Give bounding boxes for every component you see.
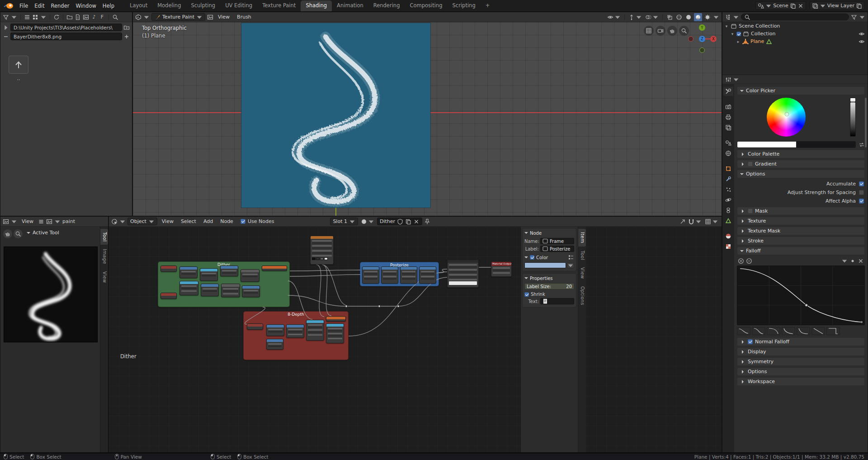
editor-type-icon[interactable] [725, 76, 731, 83]
increment-icon[interactable] [123, 33, 130, 40]
pan-view-icon[interactable] [667, 26, 677, 36]
mode-dropdown[interactable]: Texture Paint [151, 13, 205, 21]
workspace-tab-uv-editing[interactable]: UV Editing [220, 0, 257, 11]
menu-brush[interactable]: Brush [234, 13, 254, 21]
scene-selector[interactable]: Scene [755, 1, 806, 10]
properties-tab-scene[interactable] [723, 138, 733, 147]
copy-icon[interactable] [856, 3, 862, 9]
properties-tab-particles[interactable] [723, 185, 733, 194]
workspace-tab-compositing[interactable]: Compositing [405, 0, 447, 11]
section-stroke[interactable]: Stroke [737, 237, 865, 245]
axis-gizmo[interactable]: Y X Z [686, 23, 718, 55]
section-texture[interactable]: Texture [737, 217, 865, 225]
fake-user-icon[interactable] [397, 218, 403, 225]
shader-node[interactable] [160, 266, 177, 272]
snapping-toggle[interactable] [687, 218, 703, 226]
search-icon[interactable] [112, 14, 118, 20]
shader-node[interactable] [201, 284, 219, 296]
blender-logo-icon[interactable] [4, 3, 14, 9]
node-panel-header[interactable]: Node [524, 229, 574, 237]
editor-type-icon[interactable] [135, 14, 142, 20]
material-slot-dropdown[interactable]: Slot 1 [330, 218, 358, 225]
menu-node[interactable]: Node [217, 218, 236, 225]
decrement-icon[interactable] [3, 33, 9, 40]
menus-collapsed-icon[interactable] [38, 218, 44, 225]
menu-edit[interactable]: Edit [31, 1, 47, 10]
editor-type-icon[interactable] [3, 218, 9, 225]
filter-sound-icon[interactable]: ♪ [91, 14, 97, 20]
shader-type-dropdown[interactable]: Object [127, 218, 157, 225]
affect-alpha-checkbox[interactable] [859, 199, 864, 204]
section-workspace[interactable]: Workspace [737, 377, 865, 386]
gradient-checkbox[interactable] [748, 161, 753, 166]
workspace-tab-+[interactable]: + [481, 0, 495, 11]
unlink-icon[interactable] [413, 218, 420, 225]
disclosure-arrow[interactable]: ▸ [736, 39, 741, 44]
secondary-color-swatch[interactable] [797, 141, 856, 148]
shader-node[interactable] [160, 293, 177, 299]
section-display[interactable]: Display [737, 347, 865, 356]
overlays-toggle[interactable] [644, 13, 660, 21]
accumulate-checkbox[interactable] [859, 181, 864, 186]
shader-node[interactable] [266, 324, 284, 336]
workspace-tab-rendering[interactable]: Rendering [368, 0, 405, 11]
clipping-icon[interactable] [849, 258, 856, 264]
outliner-search-input[interactable] [741, 14, 849, 20]
tools-dropdown-icon[interactable] [841, 258, 848, 264]
visibility-dropdown[interactable] [606, 13, 622, 21]
properties-tab-physics[interactable] [723, 195, 733, 204]
zoom-in-icon[interactable] [738, 258, 744, 264]
chevron-down-icon[interactable] [11, 218, 17, 225]
pan-icon[interactable] [3, 229, 12, 238]
falloff-curve[interactable] [737, 266, 865, 325]
properties-tab-output[interactable] [723, 113, 733, 122]
shader-node[interactable] [306, 320, 324, 341]
node-label-input[interactable]: Posterize [540, 246, 574, 252]
collection-checkbox[interactable] [736, 32, 741, 36]
scrollbar[interactable] [865, 98, 867, 147]
active-tool-panel-header[interactable]: Active Tool [27, 230, 59, 236]
viewport-canvas[interactable]: Top Orthographic (1) Plane Y X Z [133, 22, 722, 216]
shading-wireframe[interactable] [675, 13, 683, 21]
zoom-out-icon[interactable] [746, 258, 752, 264]
menu-add[interactable]: Add [201, 218, 216, 225]
shader-node[interactable] [400, 266, 417, 284]
normal-falloff-checkbox[interactable] [748, 339, 753, 344]
section-color-picker[interactable]: Color Picker [737, 86, 865, 95]
shader-node[interactable] [362, 266, 379, 284]
chevron-down-icon[interactable] [11, 14, 17, 20]
workspace-tab-shading[interactable]: Shading [301, 0, 332, 11]
properties-tab-render[interactable] [723, 102, 733, 111]
falloff-preset-root[interactable] [782, 327, 795, 335]
section-symmetry[interactable]: Symmetry [737, 357, 865, 366]
primary-color-swatch[interactable] [737, 141, 797, 148]
shader-node[interactable] [447, 260, 479, 288]
section-options-2[interactable]: Options [737, 367, 865, 376]
editor-type-icon[interactable] [111, 218, 118, 225]
node-name-input[interactable]: Frame [540, 238, 574, 244]
shader-tab-item[interactable]: Item [578, 229, 586, 247]
chevron-down-icon[interactable] [119, 218, 126, 225]
menu-select[interactable]: Select [178, 218, 199, 225]
list-display-icon[interactable] [24, 14, 30, 20]
editor-type-icon[interactable] [725, 14, 731, 20]
disclosure-arrow[interactable]: ▾ [724, 24, 729, 28]
painted-plane[interactable] [241, 23, 430, 208]
image-tab-image[interactable]: Image [100, 246, 108, 267]
material-name-input[interactable]: Dither [377, 218, 422, 225]
shader-node[interactable] [179, 281, 198, 295]
section-options[interactable]: Options [737, 170, 865, 178]
section-gradient[interactable]: Gradient [737, 160, 865, 168]
toggle-region-icon[interactable] [3, 24, 9, 31]
chevron-down-icon[interactable] [40, 14, 47, 20]
visibility-eye-icon[interactable] [859, 31, 865, 37]
shader-node[interactable] [200, 268, 218, 281]
chevron-down-icon[interactable] [713, 14, 719, 20]
filename-input[interactable]: BayerDither8x8.png [10, 33, 122, 40]
filter-image-icon[interactable] [83, 14, 89, 20]
section-color-palette[interactable]: Color Palette [737, 150, 865, 158]
falloff-preset-sharp[interactable] [797, 327, 810, 335]
shader-node[interactable] [266, 339, 283, 350]
outliner-item-plane[interactable]: ▸Plane [722, 38, 868, 45]
shader-node[interactable] [242, 285, 260, 297]
